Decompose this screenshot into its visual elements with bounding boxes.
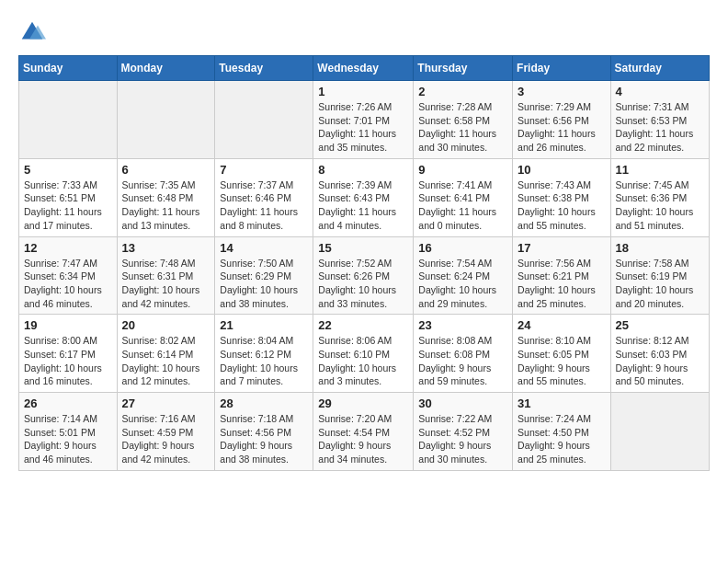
calendar-cell: 22Sunrise: 8:06 AM Sunset: 6:10 PM Dayli… <box>313 315 414 393</box>
calendar-cell <box>117 81 215 159</box>
calendar-cell: 26Sunrise: 7:14 AM Sunset: 5:01 PM Dayli… <box>19 393 118 471</box>
day-number: 19 <box>24 318 112 332</box>
header-day: Tuesday <box>215 56 313 81</box>
day-info: Sunrise: 7:45 AM Sunset: 6:36 PM Dayligh… <box>616 178 704 233</box>
calendar-cell: 27Sunrise: 7:16 AM Sunset: 4:59 PM Dayli… <box>117 393 215 471</box>
header-day: Monday <box>117 56 215 81</box>
calendar-body: 1Sunrise: 7:26 AM Sunset: 7:01 PM Daylig… <box>19 81 710 471</box>
calendar-cell: 15Sunrise: 7:52 AM Sunset: 6:26 PM Dayli… <box>313 236 414 315</box>
day-number: 22 <box>318 318 408 332</box>
day-info: Sunrise: 8:08 AM Sunset: 6:08 PM Dayligh… <box>418 334 507 388</box>
day-number: 18 <box>616 241 704 255</box>
calendar-cell: 21Sunrise: 8:04 AM Sunset: 6:12 PM Dayli… <box>215 315 313 393</box>
calendar-week-row: 26Sunrise: 7:14 AM Sunset: 5:01 PM Dayli… <box>19 393 710 471</box>
page-header <box>18 18 710 46</box>
day-info: Sunrise: 7:35 AM Sunset: 6:48 PM Dayligh… <box>122 178 210 233</box>
day-info: Sunrise: 7:50 AM Sunset: 6:29 PM Dayligh… <box>220 257 308 311</box>
day-info: Sunrise: 7:37 AM Sunset: 6:46 PM Dayligh… <box>220 178 308 233</box>
calendar-cell: 8Sunrise: 7:39 AM Sunset: 6:43 PM Daylig… <box>313 158 414 236</box>
calendar-cell: 29Sunrise: 7:20 AM Sunset: 4:54 PM Dayli… <box>313 393 414 471</box>
day-number: 31 <box>518 396 606 410</box>
day-info: Sunrise: 7:52 AM Sunset: 6:26 PM Dayligh… <box>318 257 408 311</box>
calendar-cell: 12Sunrise: 7:47 AM Sunset: 6:34 PM Dayli… <box>19 236 118 315</box>
day-number: 7 <box>220 163 308 177</box>
day-info: Sunrise: 8:04 AM Sunset: 6:12 PM Dayligh… <box>220 334 308 388</box>
day-info: Sunrise: 7:20 AM Sunset: 4:54 PM Dayligh… <box>318 412 408 466</box>
logo <box>18 18 50 46</box>
day-info: Sunrise: 7:47 AM Sunset: 6:34 PM Dayligh… <box>24 257 112 311</box>
calendar-cell: 24Sunrise: 8:10 AM Sunset: 6:05 PM Dayli… <box>513 315 611 393</box>
calendar-cell: 25Sunrise: 8:12 AM Sunset: 6:03 PM Dayli… <box>610 315 709 393</box>
logo-icon <box>18 18 46 46</box>
calendar-cell: 18Sunrise: 7:58 AM Sunset: 6:19 PM Dayli… <box>610 236 709 315</box>
header-day: Thursday <box>414 56 513 81</box>
day-number: 15 <box>318 241 408 255</box>
header-row: SundayMondayTuesdayWednesdayThursdayFrid… <box>19 56 710 81</box>
calendar-header: SundayMondayTuesdayWednesdayThursdayFrid… <box>19 56 710 81</box>
calendar-cell: 1Sunrise: 7:26 AM Sunset: 7:01 PM Daylig… <box>313 81 414 159</box>
header-day: Friday <box>513 56 611 81</box>
day-number: 17 <box>518 241 606 255</box>
day-number: 8 <box>318 163 408 177</box>
day-number: 5 <box>24 163 112 177</box>
calendar-cell: 13Sunrise: 7:48 AM Sunset: 6:31 PM Dayli… <box>117 236 215 315</box>
calendar-cell: 7Sunrise: 7:37 AM Sunset: 6:46 PM Daylig… <box>215 158 313 236</box>
calendar-cell: 9Sunrise: 7:41 AM Sunset: 6:41 PM Daylig… <box>414 158 513 236</box>
day-info: Sunrise: 7:56 AM Sunset: 6:21 PM Dayligh… <box>518 257 606 311</box>
calendar-cell: 23Sunrise: 8:08 AM Sunset: 6:08 PM Dayli… <box>414 315 513 393</box>
day-number: 30 <box>418 396 507 410</box>
day-number: 25 <box>616 318 704 332</box>
day-info: Sunrise: 8:12 AM Sunset: 6:03 PM Dayligh… <box>616 334 704 388</box>
day-info: Sunrise: 7:48 AM Sunset: 6:31 PM Dayligh… <box>122 257 210 311</box>
day-number: 28 <box>220 396 308 410</box>
calendar-week-row: 12Sunrise: 7:47 AM Sunset: 6:34 PM Dayli… <box>19 236 710 315</box>
calendar-cell: 17Sunrise: 7:56 AM Sunset: 6:21 PM Dayli… <box>513 236 611 315</box>
calendar-cell: 11Sunrise: 7:45 AM Sunset: 6:36 PM Dayli… <box>610 158 709 236</box>
calendar-week-row: 1Sunrise: 7:26 AM Sunset: 7:01 PM Daylig… <box>19 81 710 159</box>
calendar-cell <box>215 81 313 159</box>
day-info: Sunrise: 7:54 AM Sunset: 6:24 PM Dayligh… <box>418 257 507 311</box>
calendar-cell: 2Sunrise: 7:28 AM Sunset: 6:58 PM Daylig… <box>414 81 513 159</box>
day-info: Sunrise: 7:18 AM Sunset: 4:56 PM Dayligh… <box>220 412 308 466</box>
day-info: Sunrise: 7:39 AM Sunset: 6:43 PM Dayligh… <box>318 178 408 233</box>
day-number: 12 <box>24 241 112 255</box>
calendar-cell: 19Sunrise: 8:00 AM Sunset: 6:17 PM Dayli… <box>19 315 118 393</box>
day-number: 2 <box>418 85 507 98</box>
day-number: 21 <box>220 318 308 332</box>
day-number: 14 <box>220 241 308 255</box>
day-number: 23 <box>418 318 507 332</box>
day-number: 6 <box>122 163 210 177</box>
header-day: Wednesday <box>313 56 414 81</box>
day-info: Sunrise: 7:26 AM Sunset: 7:01 PM Dayligh… <box>318 100 408 155</box>
calendar-cell: 31Sunrise: 7:24 AM Sunset: 4:50 PM Dayli… <box>513 393 611 471</box>
day-info: Sunrise: 8:10 AM Sunset: 6:05 PM Dayligh… <box>518 334 606 388</box>
day-info: Sunrise: 8:06 AM Sunset: 6:10 PM Dayligh… <box>318 334 408 388</box>
day-info: Sunrise: 7:31 AM Sunset: 6:53 PM Dayligh… <box>616 100 704 155</box>
day-number: 20 <box>122 318 210 332</box>
day-info: Sunrise: 7:58 AM Sunset: 6:19 PM Dayligh… <box>616 257 704 311</box>
day-info: Sunrise: 7:28 AM Sunset: 6:58 PM Dayligh… <box>418 100 507 155</box>
day-number: 29 <box>318 396 408 410</box>
day-info: Sunrise: 7:41 AM Sunset: 6:41 PM Dayligh… <box>418 178 507 233</box>
day-number: 3 <box>518 85 606 98</box>
day-number: 24 <box>518 318 606 332</box>
day-info: Sunrise: 7:24 AM Sunset: 4:50 PM Dayligh… <box>518 412 606 466</box>
day-number: 9 <box>418 163 507 177</box>
day-info: Sunrise: 7:16 AM Sunset: 4:59 PM Dayligh… <box>122 412 210 466</box>
calendar-cell: 16Sunrise: 7:54 AM Sunset: 6:24 PM Dayli… <box>414 236 513 315</box>
calendar-cell: 30Sunrise: 7:22 AM Sunset: 4:52 PM Dayli… <box>414 393 513 471</box>
calendar-table: SundayMondayTuesdayWednesdayThursdayFrid… <box>18 55 710 471</box>
day-info: Sunrise: 8:00 AM Sunset: 6:17 PM Dayligh… <box>24 334 112 388</box>
day-number: 16 <box>418 241 507 255</box>
day-info: Sunrise: 7:29 AM Sunset: 6:56 PM Dayligh… <box>518 100 606 155</box>
day-number: 27 <box>122 396 210 410</box>
calendar-cell: 10Sunrise: 7:43 AM Sunset: 6:38 PM Dayli… <box>513 158 611 236</box>
calendar-cell: 3Sunrise: 7:29 AM Sunset: 6:56 PM Daylig… <box>513 81 611 159</box>
header-day: Saturday <box>610 56 709 81</box>
day-info: Sunrise: 7:14 AM Sunset: 5:01 PM Dayligh… <box>24 412 112 466</box>
header-day: Sunday <box>19 56 118 81</box>
day-info: Sunrise: 7:33 AM Sunset: 6:51 PM Dayligh… <box>24 178 112 233</box>
calendar-cell: 14Sunrise: 7:50 AM Sunset: 6:29 PM Dayli… <box>215 236 313 315</box>
calendar-week-row: 5Sunrise: 7:33 AM Sunset: 6:51 PM Daylig… <box>19 158 710 236</box>
day-number: 11 <box>616 163 704 177</box>
